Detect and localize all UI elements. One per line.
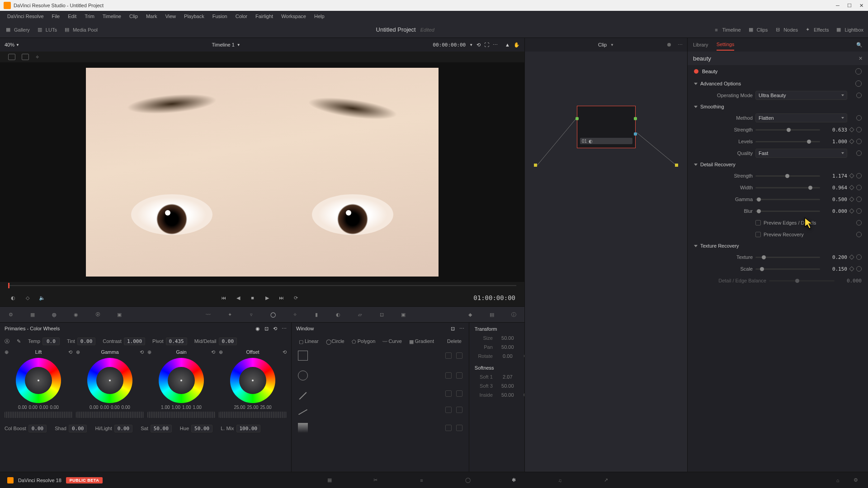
preview-recovery-checkbox[interactable] bbox=[755, 232, 761, 237]
project-settings-button[interactable]: ⚙ bbox=[851, 475, 861, 485]
auto-icon[interactable]: Ⓐ bbox=[5, 338, 9, 345]
keyframe-toggle[interactable] bbox=[849, 197, 854, 202]
tf-value[interactable]: 50.00 bbox=[496, 335, 519, 341]
warper-icon[interactable]: ✦ bbox=[225, 310, 234, 319]
reset-icon[interactable] bbox=[856, 197, 862, 202]
fx-enable-toggle[interactable] bbox=[694, 69, 698, 74]
tf-value[interactable]: 2.07 bbox=[496, 374, 519, 380]
window-tool-curve[interactable]: 〰Curve bbox=[380, 338, 404, 345]
info-icon[interactable]: ⓘ bbox=[509, 310, 518, 319]
mute-icon[interactable]: 🔈 bbox=[38, 294, 46, 302]
effects-button[interactable]: ✦Effects bbox=[804, 26, 829, 33]
sat-value[interactable]: 50.00 bbox=[151, 425, 172, 432]
node-mode[interactable]: Clip bbox=[598, 42, 607, 47]
texture-value[interactable]: 0.200 bbox=[823, 254, 847, 260]
window-icon[interactable]: ◯ bbox=[269, 310, 278, 319]
reset-icon[interactable] bbox=[856, 266, 862, 272]
wheels-mode-icon[interactable]: ◉ bbox=[255, 326, 260, 332]
levels-slider[interactable] bbox=[755, 141, 820, 142]
tf-value[interactable]: 50.00 bbox=[496, 344, 519, 350]
width-slider[interactable] bbox=[755, 187, 820, 188]
hilight-value[interactable]: 0.00 bbox=[114, 425, 133, 432]
fx-search-input[interactable] bbox=[693, 55, 859, 62]
reset-icon[interactable] bbox=[856, 127, 862, 132]
play-button[interactable]: ▶ bbox=[263, 294, 271, 302]
curves-icon[interactable]: 〰 bbox=[203, 310, 212, 319]
page-edit[interactable]: ≡ bbox=[417, 475, 427, 485]
timeline-name[interactable]: Timeline 1 bbox=[212, 42, 235, 47]
tint-value[interactable]: 0.00 bbox=[77, 338, 96, 345]
menu-davinci-resolve[interactable]: DaVinci Resolve bbox=[4, 13, 47, 20]
smoothing-strength-slider[interactable] bbox=[755, 129, 820, 131]
page-cut[interactable]: ✂ bbox=[371, 475, 381, 485]
color-wheels-icon[interactable]: ◎ bbox=[50, 310, 59, 319]
method-select[interactable]: Flatten bbox=[755, 113, 847, 122]
picker-icon[interactable]: ✎ bbox=[17, 338, 21, 344]
minimize-button[interactable]: ─ bbox=[835, 2, 841, 9]
close-button[interactable]: ✕ bbox=[858, 2, 864, 9]
stop-button[interactable]: ■ bbox=[249, 294, 257, 302]
wheel-gain[interactable]: ⊕Gain⟲1.001.001.001.00 bbox=[147, 348, 215, 418]
page-fusion[interactable]: ◯ bbox=[463, 475, 473, 485]
detail-edge-slider[interactable] bbox=[769, 280, 835, 282]
smoothing-strength-value[interactable]: 0.633 bbox=[823, 127, 847, 133]
menu-fairlight[interactable]: Fairlight bbox=[252, 13, 277, 20]
menu-playback[interactable]: Playback bbox=[180, 13, 208, 20]
keyframe-toggle[interactable] bbox=[849, 127, 854, 132]
motion-effects-icon[interactable]: ▣ bbox=[115, 310, 124, 319]
tab-library[interactable]: Library bbox=[693, 39, 708, 50]
loop-icon[interactable]: ⟲ bbox=[476, 42, 481, 48]
3d-icon[interactable]: ▣ bbox=[399, 310, 408, 319]
menu-file[interactable]: File bbox=[48, 13, 64, 20]
transport-timecode[interactable]: 01:00:00:00 bbox=[473, 294, 515, 301]
menu-icon[interactable]: ⋯ bbox=[282, 326, 287, 332]
keyframe-toggle[interactable] bbox=[849, 139, 854, 144]
reset-icon[interactable] bbox=[856, 150, 862, 156]
keyframe-toggle[interactable] bbox=[849, 173, 854, 178]
viewer-zoom[interactable]: 40%▼ bbox=[5, 42, 19, 47]
temp-value[interactable]: 0.0 bbox=[42, 338, 60, 345]
clips-view-button[interactable]: ▦Clips bbox=[747, 26, 768, 33]
magic-mask-icon[interactable]: ▮ bbox=[312, 310, 321, 319]
viewer-viewport[interactable] bbox=[0, 62, 524, 282]
viewer-tool-1[interactable] bbox=[8, 54, 15, 60]
bypass-icon[interactable]: ◐ bbox=[9, 294, 17, 302]
fx-reset-button[interactable] bbox=[855, 68, 862, 75]
tab-settings[interactable]: Settings bbox=[717, 39, 735, 51]
pivot-value[interactable]: 0.435 bbox=[166, 338, 187, 345]
detail-strength-value[interactable]: 1.174 bbox=[823, 173, 847, 179]
section-detail-recovery[interactable]: Detail Recovery bbox=[689, 159, 866, 170]
menu-workspace[interactable]: Workspace bbox=[278, 13, 310, 20]
node-menu-icon[interactable]: ⋯ bbox=[678, 42, 683, 48]
keyframe-mode-icon[interactable]: ◆ bbox=[466, 310, 475, 319]
reset-icon[interactable]: ⟲ bbox=[273, 326, 277, 332]
section-smoothing[interactable]: Smoothing bbox=[689, 101, 866, 112]
wheel-gamma[interactable]: ⊕Gamma⟲0.000.000.000.00 bbox=[76, 348, 144, 418]
gamma-slider[interactable] bbox=[755, 199, 820, 200]
reset-icon[interactable] bbox=[856, 93, 862, 98]
search-icon[interactable]: 🔍 bbox=[856, 42, 863, 48]
rgb-mixer-icon[interactable]: ⦿ bbox=[93, 310, 102, 319]
reset-icon[interactable] bbox=[855, 80, 862, 87]
next-clip-button[interactable]: ⏭ bbox=[278, 294, 286, 302]
scale-value[interactable]: 0.150 bbox=[823, 266, 847, 272]
menu-color[interactable]: Color bbox=[232, 13, 251, 20]
reset-icon[interactable] bbox=[856, 139, 862, 144]
page-fairlight[interactable]: ♫ bbox=[555, 475, 565, 485]
shad-value[interactable]: 0.00 bbox=[69, 425, 87, 432]
window-tool-polygon[interactable]: ⬠Polygon bbox=[349, 338, 378, 345]
reverse-button[interactable]: ◀ bbox=[234, 294, 242, 302]
reset-icon[interactable] bbox=[856, 185, 862, 190]
wheel-lift[interactable]: ⊕Lift⟲0.000.000.000.00 bbox=[5, 348, 72, 418]
width-value[interactable]: 0.964 bbox=[823, 185, 847, 191]
maximize-button[interactable]: ☐ bbox=[846, 2, 853, 9]
loop-button[interactable]: ⟳ bbox=[292, 294, 300, 302]
viewer-timecode[interactable]: 00:00:00:00 bbox=[433, 42, 466, 48]
menu-view[interactable]: View bbox=[161, 13, 179, 20]
home-button[interactable]: ⌂ bbox=[833, 475, 843, 485]
tracker-icon[interactable]: ✧ bbox=[290, 310, 299, 319]
node-01[interactable]: 01◐ bbox=[577, 106, 636, 148]
menu-edit[interactable]: Edit bbox=[64, 13, 80, 20]
gamma-value[interactable]: 0.500 bbox=[823, 197, 847, 202]
prev-clip-button[interactable]: ⏮ bbox=[220, 294, 228, 302]
